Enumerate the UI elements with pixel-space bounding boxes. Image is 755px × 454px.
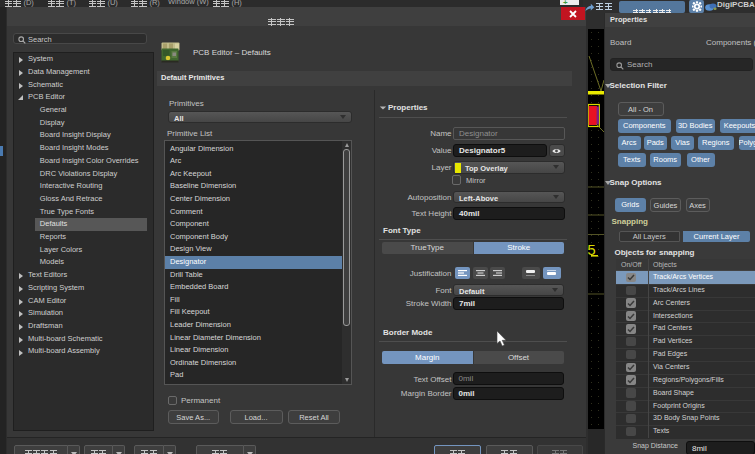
svg-text:5: 5 xyxy=(588,243,596,260)
